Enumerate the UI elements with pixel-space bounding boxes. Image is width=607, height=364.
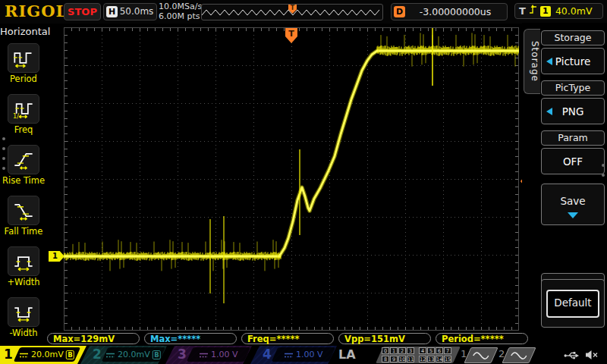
menu-pictype[interactable]: PicType PNG (541, 80, 605, 124)
left-triangle-icon (546, 108, 552, 115)
top-status-bar: RIGOL STOP H 50.0ms 10.0MSa/s 6.00M pts … (0, 0, 607, 24)
menu-item-period[interactable]: Period (0, 43, 47, 84)
usb-icon (564, 349, 580, 363)
rising-edge-icon (529, 4, 537, 18)
dc-coupling-icon (284, 347, 294, 362)
source2-waveform-icon[interactable] (502, 347, 536, 363)
channel-scale: 20.0mV (118, 350, 150, 359)
menu-entry-label: Param (541, 130, 605, 146)
menu-item-label: Rise Time (0, 175, 47, 186)
memory-depth: 6.00M pts (159, 11, 202, 21)
bandwidth-limit-badge: B (66, 350, 74, 359)
acquisition-info: 10.0MSa/s 6.00M pts (159, 2, 202, 21)
channel-number: 3 (178, 347, 187, 362)
menu-entry-value-button[interactable]: PNG (541, 98, 605, 124)
run-state-indicator[interactable]: STOP (64, 3, 101, 20)
dc-coupling-icon (199, 347, 209, 362)
menu-item-label: Freq (0, 124, 47, 135)
page-indicator-dot (602, 164, 605, 167)
sample-rate: 10.0MSa/s (159, 2, 202, 11)
speaker-muted-icon (585, 349, 598, 363)
channel2-status[interactable]: 2 20.0mV B (80, 346, 167, 364)
menu-item-minus-width[interactable]: -Width (0, 297, 47, 338)
measurement-slot-5[interactable]: Period=***** (436, 333, 528, 344)
trigger-level-value: 40.0mV (555, 5, 593, 17)
menu-entry-value: Picture (555, 55, 590, 67)
menu-entry-label: Default (546, 290, 599, 318)
source1-waveform-icon[interactable] (464, 347, 498, 363)
menu-param[interactable]: Param OFF (541, 130, 605, 174)
digital-channel: 7 (444, 347, 451, 354)
menu-entry-value-button[interactable]: OFF (541, 148, 605, 174)
digital-channel: 1 (390, 347, 398, 354)
h-badge: H (106, 6, 118, 17)
menu-item-rise-time[interactable]: Rise Time (0, 145, 47, 186)
menu-entry-label: Storage (541, 30, 605, 46)
digital-channel: 0 (382, 347, 389, 354)
digital-channel: 10 (398, 356, 406, 362)
menu-default-button[interactable]: Default (541, 279, 605, 328)
la-status[interactable]: LA (338, 347, 356, 362)
trigger-source-badge: 1 (540, 6, 551, 17)
rigol-logo: RIGOL (5, 2, 68, 20)
delay-badge: D (394, 6, 405, 17)
menu-scroll-dot (2, 167, 5, 170)
delay-value: -3.00000000us (407, 4, 504, 20)
channel-number: 1 (4, 347, 13, 362)
menu-item-fall-time[interactable]: Fall Time (0, 196, 47, 237)
menu-storage-type[interactable]: Storage Picture (541, 30, 605, 74)
menu-item-label: +Width (0, 277, 47, 287)
storage-tab[interactable]: Storage (524, 29, 540, 94)
down-triangle-icon (568, 212, 578, 218)
menu-scroll-dot (2, 147, 5, 150)
menu-entry-label: Save (542, 195, 604, 207)
trigger-status-block[interactable]: T 1 40.0mV (514, 3, 603, 19)
digital-channel: 2 (398, 347, 406, 354)
digital-channel: 5 (427, 347, 435, 354)
left-triangle-icon (546, 58, 552, 65)
waveform-display-area[interactable] (64, 27, 519, 331)
channel1-status[interactable]: 1 20.0mV B (0, 346, 86, 364)
digital-channel: 14 (436, 356, 443, 362)
waveform-preview-strip[interactable]: T (201, 4, 383, 20)
svg-text:1/: 1/ (13, 111, 19, 118)
digital-channel: 9 (390, 356, 398, 362)
minus-width-icon (8, 297, 39, 327)
digital-channel: 6 (436, 347, 443, 354)
menu-scroll-dot (2, 137, 5, 140)
digital-channels-status[interactable]: 0 1 2 3 4 5 6 7 8 9 10 11 12 13 14 15 (376, 347, 461, 363)
menu-item-freq[interactable]: 1/ Freq (0, 94, 47, 135)
page-indicator-dot (602, 174, 605, 177)
digital-channel: 13 (427, 356, 435, 362)
digital-channel: 12 (419, 356, 426, 362)
channel1-offset-marker-icon[interactable]: 1 (49, 251, 64, 262)
menu-item-label: Fall Time (0, 226, 47, 237)
fall-time-icon (8, 196, 39, 225)
channel-number: 4 (263, 347, 272, 362)
menu-item-plus-width[interactable]: +Width (0, 246, 47, 287)
timebase-value: 50.0ms (119, 4, 154, 20)
measurement-slot-2[interactable]: Max=***** (144, 333, 237, 344)
horizontal-timebase-block[interactable]: H 50.0ms (103, 3, 157, 20)
dc-coupling-icon (19, 347, 29, 362)
dc-coupling-icon (105, 347, 115, 362)
channel3-status[interactable]: 3 1.00 V (165, 346, 252, 364)
menu-entry-value: OFF (563, 155, 583, 168)
rise-time-icon (8, 145, 39, 174)
measure-menu: Horizontal Period 1/ Freq Rise Time Fall… (0, 24, 47, 346)
measurement-slot-4[interactable]: Vpp=151mV (338, 333, 431, 344)
digital-channel: 15 (444, 356, 451, 362)
channel-scale: 1.00 V (296, 350, 323, 359)
digital-channel: 4 (419, 347, 426, 354)
measurement-slot-3[interactable]: Freq=***** (241, 333, 334, 344)
menu-save-button[interactable]: Save (541, 184, 605, 225)
channel4-status[interactable]: 4 1.00 V (250, 346, 337, 364)
storage-menu-panel: Storage Storage Picture PicType PNG Para… (522, 23, 607, 346)
menu-entry-value: PNG (562, 105, 584, 118)
channel-status-bar: 1 20.0mV B 2 20.0mV B 3 1.00 V 4 1.00 V … (0, 346, 607, 364)
menu-entry-value-button[interactable]: Picture (541, 48, 605, 74)
measurement-slot-1[interactable]: Max=129mV (47, 333, 140, 344)
channel-number: 2 (93, 347, 102, 362)
trigger-delay-block[interactable]: D -3.00000000us (391, 3, 508, 20)
menu-item-label: Period (0, 74, 47, 84)
